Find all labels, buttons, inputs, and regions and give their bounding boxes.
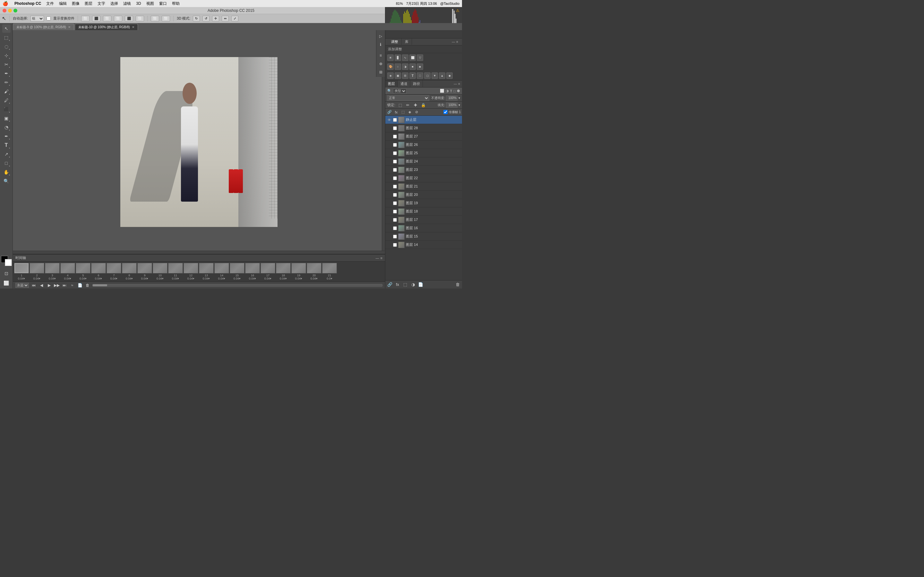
lock-pixels-icon[interactable]: ⬚ bbox=[397, 102, 403, 108]
tween-btn[interactable]: ≈ bbox=[69, 282, 75, 288]
layer-item[interactable]: 图层 28 bbox=[385, 124, 462, 132]
filter-shape-icon[interactable]: □ bbox=[453, 89, 456, 93]
timeline-collapse[interactable]: — bbox=[376, 256, 379, 260]
layer-item[interactable]: 图层 27 bbox=[385, 132, 462, 141]
3d-scale-btn[interactable]: ⤢ bbox=[231, 16, 238, 21]
menu-window[interactable]: 窗口 bbox=[159, 1, 167, 6]
layer-visibility-icon[interactable] bbox=[387, 134, 392, 139]
crop-tool-btn[interactable]: ✂ ▾ bbox=[2, 60, 11, 69]
propagate-check[interactable] bbox=[443, 110, 447, 114]
frame-duration[interactable]: 0.04▾ bbox=[33, 277, 41, 280]
timeline-frame[interactable]: 130.04▾ bbox=[199, 263, 214, 280]
layer-checkbox[interactable] bbox=[393, 218, 397, 222]
path-select-btn[interactable]: ↗ ▾ bbox=[2, 150, 11, 158]
timeline-frame[interactable]: 120.04▾ bbox=[184, 263, 198, 280]
timeline-frame[interactable]: 10.04▾ bbox=[14, 263, 29, 280]
frame-duration[interactable]: 0.04▾ bbox=[310, 277, 318, 280]
adj-pattern[interactable]: ◆ bbox=[446, 73, 453, 79]
layer-type-filter[interactable]: 类型 名称 效果 bbox=[393, 89, 407, 93]
filter-pixel-icon[interactable]: ⬜ bbox=[440, 89, 444, 93]
adj-tab-adjustments[interactable]: 调整 bbox=[388, 39, 402, 45]
layer-checkbox[interactable] bbox=[393, 185, 397, 189]
layer-checkbox[interactable] bbox=[393, 193, 397, 197]
frame-duration[interactable]: 0.04▾ bbox=[203, 277, 210, 280]
layer-item[interactable]: 图层 23 bbox=[385, 166, 462, 174]
layer-checkbox[interactable] bbox=[393, 210, 397, 213]
layer-visibility-icon[interactable] bbox=[387, 159, 392, 164]
adj-hue[interactable]: 🎨 bbox=[387, 63, 394, 70]
layer-checkbox[interactable] bbox=[393, 160, 397, 163]
frame-duration[interactable]: 0.04▾ bbox=[172, 277, 179, 280]
adj-vibrance[interactable]: ▽ bbox=[417, 55, 423, 61]
prev-frame-btn[interactable]: ◀ bbox=[39, 282, 44, 288]
eyedropper-btn[interactable]: ✒ ▾ bbox=[2, 69, 11, 77]
shape-btn[interactable]: □ ▾ bbox=[2, 159, 11, 167]
layers-collapse-icon[interactable]: — bbox=[454, 82, 457, 85]
new-frame-btn[interactable]: 📄 bbox=[77, 282, 83, 288]
maximize-button[interactable] bbox=[13, 9, 17, 13]
adj-posterize[interactable]: ⊞ bbox=[402, 73, 409, 79]
align-bottom-btn[interactable]: ⬜ bbox=[136, 16, 144, 21]
type-btn[interactable]: T ▾ bbox=[2, 141, 11, 149]
blend-mode-dropdown[interactable]: 正常 溶解 正片叠底 bbox=[387, 95, 429, 101]
layer-item[interactable]: 图层 17 bbox=[385, 216, 462, 224]
adj-exposure[interactable]: ⬜ bbox=[409, 55, 416, 61]
hand-btn[interactable]: ✋ ▾ bbox=[2, 168, 11, 176]
adj-gradientmap[interactable]: ◻ bbox=[424, 73, 431, 79]
frame-duration[interactable]: 0.04▾ bbox=[79, 277, 87, 280]
timeline-frame[interactable]: 40.04▾ bbox=[60, 263, 75, 280]
layers-tab-channels[interactable]: 通道 bbox=[398, 81, 410, 87]
move-tool-btn[interactable]: ↖ bbox=[2, 24, 11, 33]
layer-item[interactable]: 👁静止层 bbox=[385, 116, 462, 124]
frame-duration[interactable]: 0.04▾ bbox=[218, 277, 226, 280]
adj-bw[interactable]: ◑ bbox=[402, 63, 409, 70]
add-mask-btn[interactable]: ⬚ bbox=[402, 282, 409, 288]
layer-smart-icon[interactable]: ◈ bbox=[407, 110, 413, 115]
layer-checkbox[interactable] bbox=[393, 126, 397, 130]
frame-duration[interactable]: 0.04▾ bbox=[141, 277, 149, 280]
layer-visibility-icon[interactable] bbox=[387, 176, 392, 181]
timeline-frame[interactable]: 20.04▾ bbox=[29, 263, 44, 280]
tab-0-close[interactable]: ✕ bbox=[68, 25, 71, 29]
adj-brightness[interactable]: ☀ bbox=[387, 55, 394, 61]
layer-checkbox[interactable] bbox=[393, 226, 397, 230]
next-frame-btn[interactable]: ▶▶ bbox=[54, 282, 60, 288]
layer-visibility-icon[interactable] bbox=[387, 234, 392, 239]
timeline-frame[interactable]: 210.0▾ bbox=[322, 263, 337, 280]
layer-item[interactable]: 图层 26 bbox=[385, 141, 462, 149]
adj-collapse-icon[interactable]: — bbox=[452, 40, 455, 44]
marquee-tool-btn[interactable]: ⬚ ▾ bbox=[2, 33, 11, 42]
layer-checkbox[interactable] bbox=[393, 143, 397, 147]
timeline-frame[interactable]: 140.04▾ bbox=[214, 263, 229, 280]
timeline-frame[interactable]: 150.04▾ bbox=[230, 263, 244, 280]
loop-dropdown[interactable]: 永远 一次 3次 bbox=[15, 283, 29, 288]
frame-duration[interactable]: 0.04▾ bbox=[49, 277, 56, 280]
panel-toggle-4[interactable]: ≡ bbox=[377, 52, 384, 59]
timeline-frame[interactable]: 180.04▾ bbox=[276, 263, 291, 280]
layers-tab-layers[interactable]: 图层 bbox=[385, 81, 398, 87]
lasso-tool-btn[interactable]: ◌ ▾ bbox=[2, 42, 11, 51]
3d-drag-btn[interactable]: ✛ bbox=[212, 16, 219, 21]
transform-controls-checkbox[interactable] bbox=[47, 16, 51, 21]
layer-item[interactable]: 图层 22 bbox=[385, 174, 462, 182]
timeline-frame[interactable]: 70.04▾ bbox=[107, 263, 121, 280]
align-top-btn[interactable]: ⬜ bbox=[114, 16, 122, 21]
adj-colorbalance[interactable]: ○ bbox=[395, 63, 401, 70]
frame-duration[interactable]: 0.04▾ bbox=[157, 277, 164, 280]
layer-visibility-icon[interactable] bbox=[387, 126, 392, 131]
layer-visibility-icon[interactable] bbox=[387, 167, 392, 172]
timeline-frame[interactable]: 80.04▾ bbox=[122, 263, 137, 280]
timeline-frame[interactable]: 100.04▾ bbox=[153, 263, 168, 280]
adj-threshold[interactable]: T bbox=[409, 73, 416, 79]
menu-file[interactable]: 文件 bbox=[46, 1, 54, 6]
apple-menu[interactable]: 🍎 bbox=[3, 1, 8, 6]
frame-duration[interactable]: 0.04▾ bbox=[18, 277, 25, 280]
timeline-frame[interactable]: 30.04▾ bbox=[45, 263, 60, 280]
frame-duration[interactable]: 0.04▾ bbox=[264, 277, 272, 280]
3d-roll-btn[interactable]: ↺ bbox=[202, 16, 210, 21]
auto-select-dropdown[interactable]: 组 图层 bbox=[31, 16, 44, 21]
align-center-btn[interactable]: ⬛ bbox=[92, 16, 100, 21]
menu-view[interactable]: 视图 bbox=[146, 1, 154, 6]
menu-layer[interactable]: 图层 bbox=[85, 1, 92, 6]
frame-duration[interactable]: 0.04▾ bbox=[295, 277, 302, 280]
